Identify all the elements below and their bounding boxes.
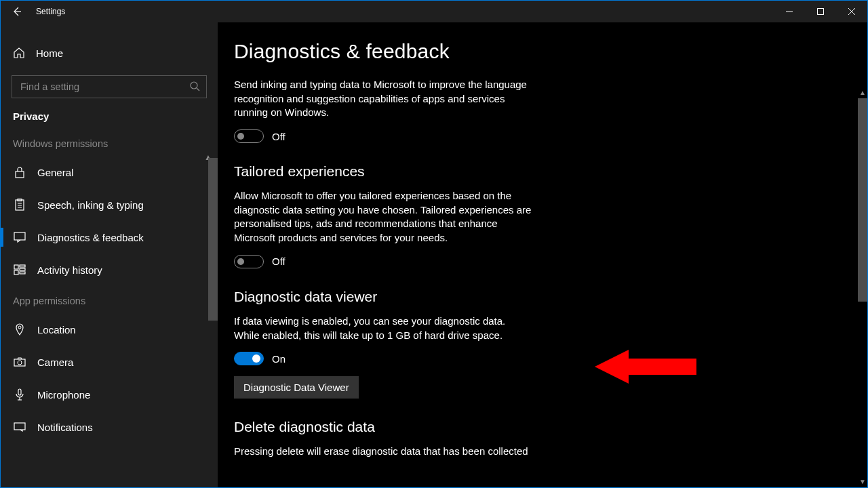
improve-typing-state: Off <box>272 131 285 142</box>
svg-rect-16 <box>20 268 25 270</box>
back-button[interactable] <box>1 1 33 22</box>
close-button[interactable] <box>836 1 867 22</box>
clipboard-icon <box>13 199 26 211</box>
delete-desc: Pressing delete will erase diagnostic da… <box>234 445 532 459</box>
notifications-icon <box>13 422 26 432</box>
maximize-icon <box>817 8 824 15</box>
sidebar-item-general[interactable]: General <box>1 156 218 188</box>
minimize-button[interactable] <box>774 1 805 22</box>
svg-marker-25 <box>595 350 696 384</box>
svg-rect-24 <box>14 423 25 430</box>
history-icon <box>13 264 26 275</box>
sidebar-item-label: General <box>37 167 73 178</box>
settings-window: Settings Home Privacy ▲ Window <box>0 0 868 488</box>
svg-rect-6 <box>16 171 24 178</box>
svg-point-18 <box>18 326 21 329</box>
group-windows-permissions: Windows permissions <box>1 129 218 156</box>
content-scrollbar-thumb[interactable] <box>858 98 867 302</box>
svg-line-5 <box>197 88 199 91</box>
tailored-state: Off <box>272 256 285 267</box>
sidebar-item-camera[interactable]: Camera <box>1 346 218 378</box>
sidebar-item-diagnostics[interactable]: Diagnostics & feedback <box>1 221 218 253</box>
viewer-heading: Diagnostic data viewer <box>234 289 760 305</box>
window-title: Settings <box>33 7 65 16</box>
svg-rect-17 <box>20 272 25 274</box>
group-app-permissions: App permissions <box>1 286 218 313</box>
tailored-heading: Tailored experiences <box>234 163 760 180</box>
improve-typing-toggle[interactable] <box>234 129 264 143</box>
close-icon <box>848 8 855 15</box>
lock-icon <box>13 166 26 178</box>
svg-rect-14 <box>20 265 25 267</box>
content-scroll-down[interactable]: ▼ <box>858 476 867 486</box>
arrow-left-icon <box>12 6 22 17</box>
minimize-icon <box>786 8 793 15</box>
viewer-desc: If data viewing is enabled, you can see … <box>234 314 532 342</box>
content-area: Diagnostics & feedback Send inking and t… <box>218 22 867 487</box>
search-input[interactable] <box>12 75 207 98</box>
titlebar: Settings <box>1 1 867 22</box>
tailored-toggle[interactable] <box>234 255 264 268</box>
location-icon <box>13 323 26 336</box>
sidebar-item-label: Location <box>37 324 76 336</box>
svg-rect-12 <box>14 232 25 240</box>
annotation-arrow-icon <box>595 346 696 387</box>
camera-icon <box>13 357 26 367</box>
sidebar: Home Privacy ▲ Windows permissions Gener… <box>1 22 218 487</box>
sidebar-item-label: Camera <box>37 357 73 368</box>
improve-typing-desc: Send inking and typing data to Microsoft… <box>234 78 532 120</box>
content-scroll-up[interactable]: ▲ <box>858 87 867 97</box>
svg-point-20 <box>18 361 22 365</box>
viewer-state: On <box>272 353 285 365</box>
search-icon <box>189 81 200 92</box>
viewer-toggle[interactable] <box>234 352 264 365</box>
sidebar-item-location[interactable]: Location <box>1 313 218 346</box>
svg-point-4 <box>191 82 197 89</box>
sidebar-item-label: Activity history <box>37 264 102 276</box>
home-label: Home <box>36 47 63 59</box>
svg-rect-15 <box>14 270 18 274</box>
diagnostic-data-viewer-button[interactable]: Diagnostic Data Viewer <box>234 376 359 399</box>
sidebar-item-notifications[interactable]: Notifications <box>1 411 218 443</box>
svg-rect-1 <box>818 9 824 15</box>
home-icon <box>13 47 25 59</box>
home-nav[interactable]: Home <box>1 37 218 68</box>
sidebar-item-label: Diagnostics & feedback <box>37 232 144 243</box>
svg-rect-21 <box>18 389 21 395</box>
sidebar-item-label: Notifications <box>37 422 93 433</box>
sidebar-item-activity[interactable]: Activity history <box>1 253 218 286</box>
sidebar-item-microphone[interactable]: Microphone <box>1 378 218 411</box>
delete-heading: Delete diagnostic data <box>234 419 760 435</box>
sidebar-item-label: Speech, inking & typing <box>37 199 144 211</box>
maximize-button[interactable] <box>805 1 836 22</box>
feedback-icon <box>13 232 26 243</box>
microphone-icon <box>13 388 26 401</box>
sidebar-item-speech[interactable]: Speech, inking & typing <box>1 188 218 221</box>
page-title: Diagnostics & feedback <box>234 40 760 63</box>
svg-rect-13 <box>14 265 18 269</box>
tailored-desc: Allow Microsoft to offer you tailored ex… <box>234 189 532 245</box>
sidebar-scrollbar-thumb[interactable] <box>208 158 218 321</box>
category-label: Privacy <box>1 102 218 129</box>
sidebar-item-label: Microphone <box>37 389 90 401</box>
